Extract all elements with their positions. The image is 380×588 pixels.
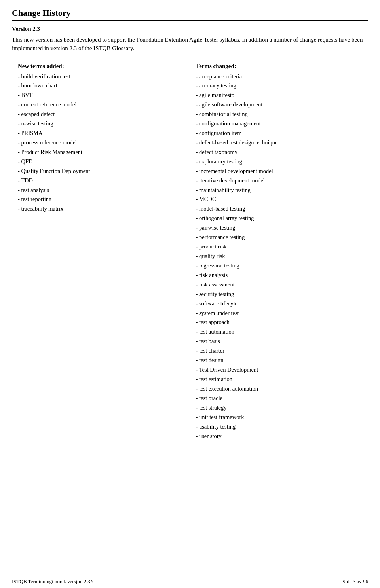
changed-terms-header: Terms changed: [196,63,363,70]
list-item: - Product Risk Management [18,148,184,157]
list-item: - model-based testing [196,204,363,214]
list-item: - software lifecyle [196,299,363,309]
new-terms-list: - build verification test- burndown char… [18,72,184,214]
list-item: - performance testing [196,233,363,242]
list-item: - PRISMA [18,129,184,138]
list-item: - quality risk [196,252,363,261]
changed-terms-column: Terms changed: - acceptance criteria- ac… [190,59,368,445]
list-item: - pairwise testing [196,223,363,233]
list-item: - iterative development model [196,176,363,186]
list-item: - QFD [18,157,184,167]
list-item: - defect-based test design technique [196,138,363,148]
list-item: - risk assessment [196,280,363,290]
list-item: - test basis [196,337,363,346]
list-item: - combinatorial testing [196,110,363,119]
list-item: - acceptance criteria [196,72,363,82]
list-item: - agile manifesto [196,91,363,100]
list-item: - test oracle [196,394,363,403]
list-item: - test design [196,356,363,365]
list-item: - test approach [196,318,363,327]
terms-table: New terms added: - build verification te… [12,59,368,446]
list-item: - n-wise testing [18,119,184,129]
list-item: - risk analysis [196,271,363,280]
list-item: - test automation [196,327,363,337]
new-terms-header: New terms added: [18,63,184,70]
list-item: - regression testing [196,261,363,271]
list-item: - test reporting [18,195,184,204]
list-item: - test estimation [196,375,363,384]
footer-right: Side 3 av 96 [342,579,368,585]
list-item: - usability testing [196,422,363,432]
list-item: - test analysis [18,186,184,195]
list-item: - security testing [196,290,363,299]
list-item: - Quality Function Deployment [18,167,184,176]
page-footer: ISTQB Terminologi norsk versjon 2.3N Sid… [0,575,380,588]
list-item: - configuration item [196,129,363,138]
list-item: - burndown chart [18,81,184,91]
list-item: - BVT [18,91,184,100]
list-item: - system under test [196,309,363,318]
list-item: - maintainability testing [196,186,363,195]
changed-terms-list: - acceptance criteria- accuracy testing-… [196,72,363,441]
list-item: - configuration management [196,119,363,129]
list-item: - user story [196,432,363,441]
list-item: - unit test framework [196,413,363,422]
list-item: - test charter [196,346,363,356]
list-item: - exploratory testing [196,157,363,167]
list-item: - build verification test [18,72,184,82]
version-number: Version 2.3 [12,26,40,32]
list-item: - content reference model [18,100,184,110]
list-item: - product risk [196,242,363,252]
list-item: - TDD [18,176,184,186]
list-item: - process reference model [18,138,184,148]
list-item: - Test Driven Development [196,365,363,375]
list-item: - traceability matrix [18,204,184,214]
page-title: Change History [12,8,368,21]
footer-left: ISTQB Terminologi norsk versjon 2.3N [12,579,94,585]
list-item: - orthogonal array testing [196,214,363,223]
list-item: - defect taxonomy [196,148,363,157]
list-item: - test execution automation [196,384,363,394]
list-item: - escaped defect [18,110,184,119]
list-item: - incremental development model [196,167,363,176]
new-terms-column: New terms added: - build verification te… [12,59,190,445]
list-item: - agile software development [196,100,363,110]
version-section: Version 2.3 This new version has been de… [12,25,368,53]
list-item: - accuracy testing [196,81,363,91]
list-item: - test strategy [196,403,363,413]
list-item: - MCDC [196,195,363,204]
version-description: This new version has been developed to s… [12,35,368,53]
